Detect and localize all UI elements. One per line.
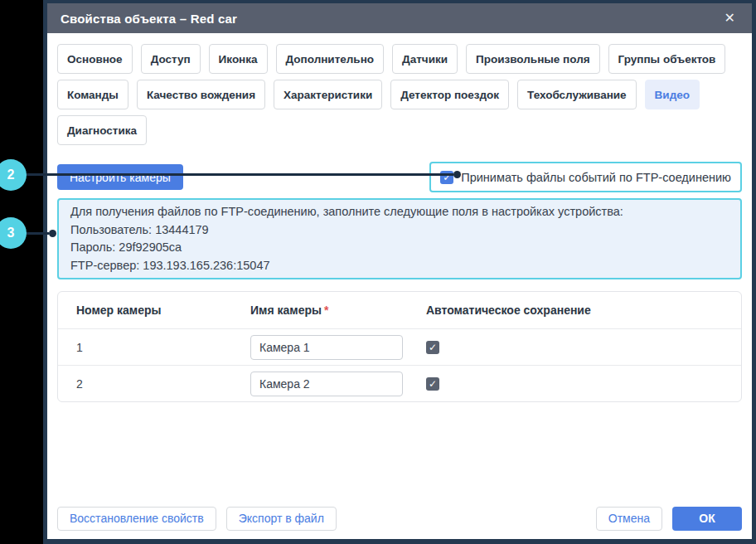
tab-commands[interactable]: Команды <box>57 80 128 109</box>
header-camera-name: Имя камеры* <box>240 304 416 317</box>
tab-sensors[interactable]: Датчики <box>392 44 458 74</box>
object-properties-dialog: Свойства объекта – Red car ✕ Основное До… <box>43 0 756 544</box>
video-controls-row: Настроить камеры ✓ Принимать файлы событ… <box>57 162 742 192</box>
footer-right-group: Отмена ОК <box>596 507 742 531</box>
autosave-checkbox[interactable]: ✓ <box>426 377 439 391</box>
tab-driving-quality[interactable]: Качество вождения <box>137 80 265 109</box>
camera-name-cell <box>240 372 416 396</box>
callout-line-2 <box>22 173 453 176</box>
callout-badge-2: 2 <box>0 159 27 191</box>
restore-properties-button[interactable]: Восстановление свойств <box>57 507 216 531</box>
autosave-cell: ✓ <box>416 341 741 354</box>
camera-name-cell <box>240 335 416 360</box>
tab-icon[interactable]: Иконка <box>209 44 268 74</box>
ftp-events-checkbox[interactable]: ✓ <box>440 171 453 184</box>
ok-button[interactable]: ОК <box>672 507 742 531</box>
camera-number: 2 <box>58 377 240 391</box>
ftp-info-password: Пароль: 29f92905ca <box>70 239 729 257</box>
dialog-footer: Восстановление свойств Экспорт в файл От… <box>47 503 752 539</box>
header-camera-number: Номер камеры <box>58 304 240 317</box>
camera-number: 1 <box>58 341 240 354</box>
table-row: 1 ✓ <box>58 328 741 365</box>
ftp-checkbox-highlight-box: ✓ Принимать файлы событий по FTP-соедине… <box>429 162 742 192</box>
autosave-checkbox[interactable]: ✓ <box>426 341 439 354</box>
close-icon[interactable]: ✕ <box>721 10 739 27</box>
tab-trip-detector[interactable]: Детектор поездок <box>390 80 509 109</box>
tab-unit-groups[interactable]: Группы объектов <box>608 44 726 74</box>
ftp-info-server: FTP-сервер: 193.193.165.236:15047 <box>70 257 729 275</box>
export-to-file-button[interactable]: Экспорт в файл <box>226 507 337 531</box>
dialog-body: Основное Доступ Иконка Дополнительно Дат… <box>47 33 752 503</box>
required-marker: * <box>324 304 328 317</box>
header-autosave: Автоматическое сохранение <box>416 304 741 317</box>
cameras-table-header: Номер камеры Имя камеры* Автоматическое … <box>58 292 741 328</box>
callout-dot-3 <box>49 230 56 237</box>
camera-name-input[interactable] <box>250 372 403 396</box>
configure-cameras-button[interactable]: Настроить камеры <box>57 164 183 190</box>
dialog-titlebar: Свойства объекта – Red car ✕ <box>47 3 752 33</box>
ftp-checkbox-label: Принимать файлы событий по FTP-соединени… <box>461 171 731 184</box>
camera-name-input[interactable] <box>250 335 403 360</box>
tab-video[interactable]: Видео <box>645 80 700 109</box>
ftp-info-user: Пользователь: 13444179 <box>70 221 729 240</box>
ftp-info-line: Для получения файлов по FTP-соединению, … <box>70 203 729 221</box>
check-icon: ✓ <box>429 379 437 389</box>
tab-characteristics[interactable]: Характеристики <box>274 80 382 109</box>
tab-maintenance[interactable]: Техобслуживание <box>517 80 637 109</box>
footer-left-group: Восстановление свойств Экспорт в файл <box>57 507 337 531</box>
callout-badge-3: 3 <box>0 217 27 249</box>
tab-advanced[interactable]: Дополнительно <box>276 44 385 74</box>
dialog-title: Свойства объекта – Red car <box>61 12 237 26</box>
callout-dot-2 <box>453 171 461 178</box>
tab-general[interactable]: Основное <box>57 44 133 74</box>
ftp-info-box: Для получения файлов по FTP-соединению, … <box>57 198 742 279</box>
cancel-button[interactable]: Отмена <box>596 507 662 531</box>
screenshot-stage: Свойства объекта – Red car ✕ Основное До… <box>0 0 756 544</box>
cameras-table: Номер камеры Имя камеры* Автоматическое … <box>57 291 742 402</box>
table-row: 2 ✓ <box>58 365 741 401</box>
tab-diagnostics[interactable]: Диагностика <box>57 115 147 145</box>
autosave-cell: ✓ <box>416 377 741 391</box>
check-icon: ✓ <box>429 342 437 352</box>
tab-access[interactable]: Доступ <box>141 44 201 74</box>
tab-custom-fields[interactable]: Произвольные поля <box>466 44 600 74</box>
tab-bar: Основное Доступ Иконка Дополнительно Дат… <box>57 44 742 145</box>
